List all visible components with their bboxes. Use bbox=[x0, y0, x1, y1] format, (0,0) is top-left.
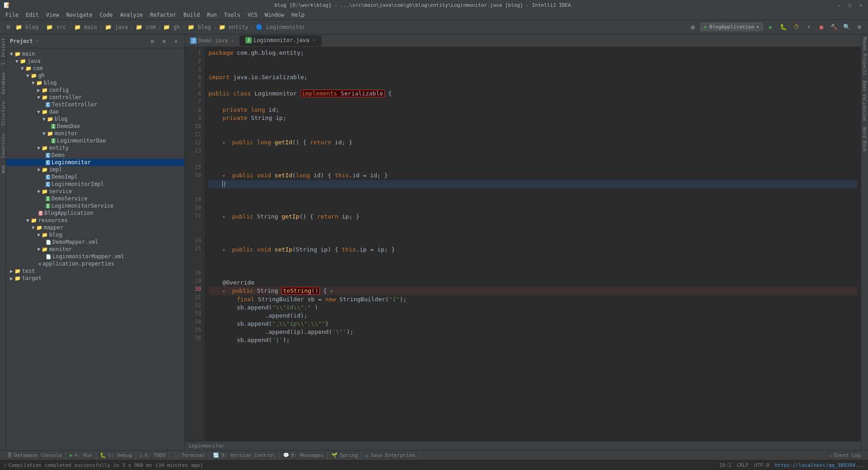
settings-gear-button[interactable]: ⚙ bbox=[854, 22, 864, 32]
tab-close-loginmonitor[interactable]: ✕ bbox=[313, 38, 316, 43]
minimize-button[interactable]: — bbox=[835, 1, 843, 9]
statusbar-terminal[interactable]: ⬛ Terminal bbox=[170, 451, 209, 460]
tree-dao-blog[interactable]: ▼ 📁 blog bbox=[6, 115, 184, 123]
tree-loginmonitormapper[interactable]: 📄 LoginmonitorMapper.xml bbox=[6, 253, 184, 260]
statusbar-spring[interactable]: 🌱 Spring bbox=[328, 451, 362, 460]
menu-analyze[interactable]: Analyze bbox=[116, 11, 146, 19]
maximize-button[interactable]: □ bbox=[846, 1, 854, 9]
panel-tab-favorites[interactable]: Favorites bbox=[0, 130, 6, 161]
tree-demomapper[interactable]: 📄 DemoMapper.xml bbox=[6, 238, 184, 246]
breadcrumb-gh[interactable]: 📁 gh bbox=[163, 24, 180, 30]
statusbar-version-control[interactable]: 🔃 9: Version Control bbox=[209, 451, 279, 460]
tree-blog[interactable]: ▼ 📁 blog bbox=[6, 79, 184, 86]
panel-tab-structure[interactable]: Structure bbox=[0, 98, 6, 129]
tree-dao[interactable]: ▼ 📁 dao bbox=[6, 108, 184, 115]
menu-refactor[interactable]: Refactor bbox=[146, 11, 180, 19]
coverage-button[interactable]: ⏱ bbox=[791, 22, 801, 32]
project-icon[interactable]: ⊟ bbox=[4, 22, 14, 32]
breadcrumb-src[interactable]: 📁 src bbox=[46, 24, 66, 30]
tree-mapper[interactable]: ▼ 📁 mapper bbox=[6, 224, 184, 231]
right-tab-maven[interactable]: Maven Projects bbox=[861, 34, 868, 78]
tree-resources[interactable]: ▼ 📁 resources bbox=[6, 217, 184, 224]
run-configuration[interactable]: ▶ BlogApplication ▾ bbox=[700, 23, 763, 31]
menu-window[interactable]: Window bbox=[261, 11, 288, 19]
tree-monitor[interactable]: ▼ 📁 monitor bbox=[6, 130, 184, 137]
tree-loginmonitorimpl[interactable]: C LoginmonitorImpl bbox=[6, 180, 184, 188]
panel-tab-database[interactable]: Database bbox=[0, 69, 6, 98]
tree-demo[interactable]: C Demo bbox=[6, 152, 184, 159]
tree-loginmonitorservice[interactable]: I LoginmonitorService bbox=[6, 202, 184, 209]
tree-demoimpl[interactable]: C DemoImpl bbox=[6, 173, 184, 180]
panel-tab-1[interactable]: 1: Project bbox=[0, 34, 6, 69]
cursor-position[interactable]: 19:1 bbox=[719, 462, 731, 468]
tree-config[interactable]: ▶ 📁 config bbox=[6, 86, 184, 94]
menu-vcs[interactable]: VCS bbox=[244, 11, 261, 19]
breadcrumb-blog[interactable]: 📁 blog bbox=[15, 24, 38, 30]
statusbar-todo[interactable]: ☑ 6: TODO bbox=[136, 451, 170, 460]
right-tab-bean[interactable]: Bean Validation bbox=[861, 78, 868, 124]
tree-appproperties[interactable]: ⚙ application.properties bbox=[6, 260, 184, 267]
tree-mapper-monitor[interactable]: ▼ 📁 monitor bbox=[6, 246, 184, 253]
tree-mapper-blog[interactable]: ▼ 📁 blog bbox=[6, 231, 184, 238]
breadcrumb-entity[interactable]: 📁 entity bbox=[219, 24, 249, 30]
tree-target[interactable]: ▶ 📁 target bbox=[6, 275, 184, 282]
build-button[interactable]: 🔨 bbox=[829, 22, 839, 32]
menu-tools[interactable]: Tools bbox=[221, 11, 244, 19]
tree-controller[interactable]: ▼ 📁 controller bbox=[6, 94, 184, 101]
stop-button[interactable]: ■ bbox=[816, 22, 826, 32]
close-button[interactable]: ✕ bbox=[857, 1, 864, 9]
tree-impl[interactable]: ▼ 📁 impl bbox=[6, 166, 184, 173]
menu-help[interactable]: Help bbox=[288, 11, 308, 19]
statusbar-java-enterprise[interactable]: ☕ Java Enterprise bbox=[362, 451, 419, 460]
breadcrumb-blog2[interactable]: 📁 blog bbox=[188, 24, 211, 30]
settings-button[interactable]: ⚙ bbox=[688, 22, 698, 32]
run-button[interactable]: ▶ bbox=[766, 22, 776, 32]
statusbar-event-log[interactable]: ⚠ Event Log bbox=[826, 452, 864, 458]
fold-icon-30[interactable]: ▼ bbox=[222, 289, 225, 294]
tree-blogapplication[interactable]: B BlogApplication bbox=[6, 209, 184, 217]
search-everywhere-button[interactable]: 🔍 bbox=[842, 22, 852, 32]
hide-panel-button[interactable]: ✕ bbox=[171, 36, 181, 46]
line-separator[interactable]: CRLF bbox=[737, 462, 749, 468]
code-content[interactable]: package com.gh.blog.entity; import java.… bbox=[205, 47, 861, 441]
menu-code[interactable]: Code bbox=[96, 11, 117, 19]
fold-icon-12[interactable]: ▼ bbox=[222, 141, 225, 145]
statusbar-database-console[interactable]: 🗄 Database Console bbox=[4, 451, 66, 460]
breadcrumb-loginmonitor[interactable]: 🔵 Loginmonitor bbox=[256, 24, 305, 30]
breadcrumb-java[interactable]: 📁 java bbox=[105, 24, 128, 30]
tree-loginmonitordao[interactable]: I LoginmonitorDao bbox=[6, 137, 184, 144]
right-tab-wordbook[interactable]: Word Book bbox=[861, 124, 868, 154]
tab-close-demo[interactable]: ✕ bbox=[231, 38, 234, 43]
menu-view[interactable]: View bbox=[42, 11, 63, 19]
menu-run[interactable]: Run bbox=[203, 11, 221, 19]
statusbar-run[interactable]: ▶ 4: Run bbox=[66, 451, 96, 460]
encoding[interactable]: UTF-8 bbox=[754, 462, 769, 468]
tree-com[interactable]: ▼ 📁 com bbox=[6, 65, 184, 72]
profile-button[interactable]: ⚡ bbox=[804, 22, 814, 32]
menu-edit[interactable]: Edit bbox=[22, 11, 42, 19]
tab-demo-java[interactable]: J Demo.java ✕ bbox=[185, 36, 240, 46]
tree-testcontroller[interactable]: C TestController bbox=[6, 101, 184, 108]
fold-icon-16[interactable]: ▼ bbox=[222, 174, 225, 178]
tree-loginmonitor[interactable]: C Loginmonitor bbox=[6, 159, 184, 166]
settings-button2[interactable]: ⚙ bbox=[159, 36, 169, 46]
panel-tab-web[interactable]: Web bbox=[0, 161, 6, 177]
tree-demoservice[interactable]: I DemoService bbox=[6, 195, 184, 202]
menu-file[interactable]: File bbox=[2, 11, 22, 19]
breadcrumb-com[interactable]: 📁 com bbox=[136, 24, 156, 30]
statusbar-debug[interactable]: 🐛 5: Debug bbox=[96, 451, 136, 460]
debug-button[interactable]: 🐛 bbox=[778, 22, 788, 32]
menu-navigate[interactable]: Navigate bbox=[63, 11, 96, 19]
menu-build[interactable]: Build bbox=[180, 11, 203, 19]
fold-icon-21[interactable]: ▼ bbox=[222, 215, 225, 219]
tree-main[interactable]: ▼ 📁 main bbox=[6, 50, 184, 57]
tree-demodao[interactable]: I DemoDao bbox=[6, 123, 184, 130]
tree-test[interactable]: ▶ 📁 test bbox=[6, 267, 184, 275]
fold-icon-25[interactable]: ▼ bbox=[222, 248, 225, 252]
tab-loginmonitor-java[interactable]: J Loginmonitor.java ✕ bbox=[240, 35, 321, 46]
tree-entity[interactable]: ▼ 📁 entity bbox=[6, 144, 184, 152]
tree-service[interactable]: ▼ 📁 service bbox=[6, 188, 184, 195]
breadcrumb-main[interactable]: 📁 main bbox=[74, 24, 97, 30]
tree-gh[interactable]: ▼ 📁 gh bbox=[6, 72, 184, 79]
collapse-all-button[interactable]: ⊟ bbox=[147, 36, 157, 46]
